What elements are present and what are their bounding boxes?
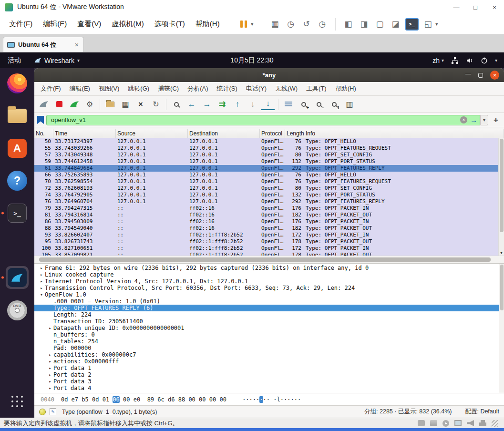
detail-line[interactable]: Transaction ID: 2305611400 [34,318,504,325]
detail-line[interactable]: n_tables: 254 [34,338,504,345]
ascii-char[interactable]: · [263,396,267,403]
hex-byte[interactable]: 6c [157,396,164,403]
ascii-char[interactable]: · [294,396,298,403]
vm-manage-snapshots-button[interactable]: ◷ [316,18,329,31]
capture-restart-button[interactable] [68,98,81,111]
packet-row-95[interactable]: 9533.826731743::ff02::1:fff8:2b52OpenFl…… [34,238,504,245]
expander-icon[interactable]: ▸ [47,385,53,391]
zoom-reset-button[interactable]: 1 [328,98,341,111]
packet-row-59[interactable]: 5933.744612458127.0.0.1127.0.0.1OpenFl…1… [34,158,504,165]
vm-tab-ubuntu[interactable]: Ubuntu 64 位 × [3,37,84,52]
ws-menu-0[interactable]: 文件(F) [36,84,65,93]
vm-menu-5[interactable]: 帮助(H) [190,20,225,28]
vm-menu-0[interactable]: 文件(F) [4,20,38,28]
dock-item-wireshark[interactable] [6,266,29,289]
hex-byte[interactable]: 00 [188,396,195,403]
power-icon[interactable] [481,57,488,64]
close-file-button[interactable]: × [134,98,147,111]
packet-row-55[interactable]: 5533.743039266127.0.0.1127.0.0.1OpenFl…7… [34,145,504,152]
column-header-source[interactable]: Source [116,129,188,138]
packet-row-61[interactable]: 6133.744849684127.0.0.1127.0.0.1OpenFl…2… [34,165,504,172]
hex-byte[interactable]: b5 [82,396,88,403]
vm-fullscreen-caret[interactable]: ▾ [434,18,440,31]
capture-options-button[interactable]: ⚙ [83,98,96,111]
reload-button[interactable]: ↻ [149,98,163,111]
save-file-button[interactable]: ▦ [119,98,132,111]
expander-icon[interactable]: ▸ [38,271,45,278]
column-header-time[interactable]: Time [53,129,116,138]
vm-menu-4[interactable]: 选项卡(T) [149,20,190,28]
hex-byte[interactable]: 01 [103,396,109,403]
wireshark-minimize-button[interactable]: — [465,71,471,77]
packet-row-70[interactable]: 7033.762598554127.0.0.1127.0.0.1OpenFl…7… [34,178,504,185]
zoom-out-button[interactable]: − [312,98,326,111]
ascii-char[interactable]: · [246,396,249,403]
packet-row-81[interactable]: 8133.794316814::ff02::16OpenFl…182Type: … [34,212,504,218]
expander-icon[interactable]: ▾ [38,291,45,298]
expander-icon[interactable]: ▸ [47,351,53,358]
expander-icon[interactable]: ▸ [47,358,53,365]
expander-icon[interactable]: ▸ [47,325,53,331]
hex-byte[interactable]: e7 [72,396,78,403]
ws-menu-9[interactable]: 工具(T) [302,84,331,93]
dock-item-terminal[interactable]: >_ [6,202,29,225]
hex-byte[interactable]: e0 [134,396,140,403]
packet-row-93[interactable]: 9333.826602407::ff02::1:fff8:2b52OpenFl…… [34,232,504,238]
hex-byte[interactable]: 00 [123,396,130,403]
usb-icon[interactable] [479,420,486,426]
expander-icon[interactable]: ▸ [38,265,45,271]
capture-comment-icon[interactable]: ✎ [50,408,56,415]
go-to-packet-button[interactable]: ⇉ [216,98,229,111]
show-applications-button[interactable] [6,390,29,413]
wireshark-close-button[interactable]: × [490,71,499,80]
detail-line[interactable]: Type: OFPT_FEATURES_REPLY (6) [34,305,504,311]
hex-bytes[interactable]: 0d e7 b5 0d 01 06 00 e0 89 6c d6 88 00 0… [61,396,230,403]
packet-row-105[interactable]: 10533.857099821::ff02::1:fff8:2b52OpenFl… [34,252,504,256]
expander-icon[interactable]: ▸ [47,365,53,371]
ascii-char[interactable]: · [253,396,256,403]
dock-item-files[interactable] [6,104,29,127]
vm-menu-3[interactable]: 虚拟机(M) [106,20,149,28]
column-header-info[interactable]: Info [304,129,504,138]
hex-byte[interactable]: 00 [199,396,206,403]
vm-fullscreen-button[interactable]: ◱ [422,18,434,31]
ascii-char[interactable]: · [280,396,284,403]
packet-row-88[interactable]: 8833.794549040::ff02::16OpenFl…182Type: … [34,225,504,232]
detail-line[interactable]: Length: 224 [34,311,504,318]
packet-row-50[interactable]: 5033.731724397127.0.0.1127.0.0.1OpenFl…7… [34,138,504,145]
detail-line[interactable]: ▸Port data 1 [34,365,504,371]
hex-byte[interactable]: 88 [178,396,185,403]
hex-byte[interactable]: d6 [168,396,175,403]
first-packet-button[interactable]: ↑ [231,98,244,111]
ws-menu-6[interactable]: 统计(S) [212,84,241,93]
vm-show-library-button[interactable]: ◧ [342,18,355,31]
details-vscrollbar[interactable] [499,264,504,393]
dock-item-firefox[interactable] [6,72,29,95]
hex-byte[interactable]: 89 [147,396,154,403]
ws-menu-2[interactable]: 视图(V) [94,84,123,93]
packet-row-66[interactable]: 6633.752635893127.0.0.1127.0.0.1OpenFl…7… [34,172,504,178]
vm-menu-2[interactable]: 查看(V) [72,20,106,28]
app-menu-button[interactable]: Wireshark ▾ [29,57,85,64]
detail-line[interactable]: ▸Port data 3 [34,378,504,385]
resize-columns-button[interactable]: ▥ [343,98,356,111]
clock-button[interactable]: 10月5日 22:30 [230,56,273,65]
vm-take-snapshot-button[interactable]: ◷ [285,18,297,31]
column-header-protocol[interactable]: Protocol [260,129,285,138]
expander-icon[interactable]: ▸ [38,278,45,285]
profile-text[interactable]: 配置: Default [465,408,499,416]
packet-row-76[interactable]: 7633.764960704127.0.0.1127.0.0.1OpenFl…2… [34,198,504,205]
detail-line[interactable]: ▸capabilities: 0x000000c7 [34,351,504,358]
packet-row-72[interactable]: 7233.762608193127.0.0.1127.0.0.1OpenFl…8… [34,185,504,192]
ascii-char[interactable]: · [267,396,270,403]
detail-line[interactable]: ▸Transmission Control Protocol, Src Port… [34,285,504,291]
auto-scroll-button[interactable]: ↓ [261,99,275,110]
filter-bookmark-icon[interactable] [37,116,44,124]
packet-list-hscrollbar[interactable] [34,256,504,263]
detail-line[interactable]: ▾OpenFlow 1.0 [34,291,504,298]
ws-menu-3[interactable]: 跳转(G) [123,84,154,93]
detail-line[interactable]: ▸Port data 4 [34,385,504,391]
ascii-char[interactable]: l [277,396,280,403]
message-icon[interactable] [418,420,425,426]
packet-row-100[interactable]: 10033.827100651::ff02::1:fff8:2b52OpenFl… [34,245,504,252]
